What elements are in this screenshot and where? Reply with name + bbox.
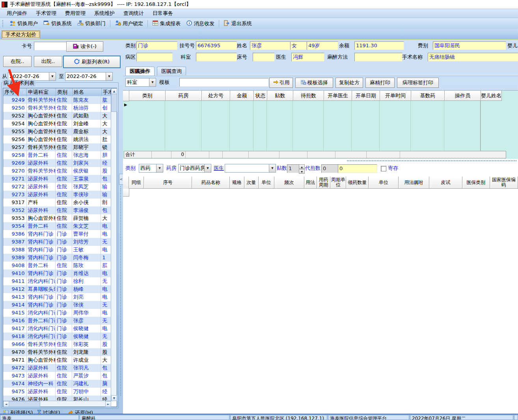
medication-column-header[interactable]: 领药数量 (346, 177, 369, 189)
table-row[interactable]: 9252 胸心血管外科 住院 武如勤 大 (3, 112, 111, 120)
switch-system-button[interactable]: 切换系统 (41, 19, 75, 28)
chevron-down-icon[interactable]: ▼ (106, 72, 112, 80)
ward-field[interactable] (136, 53, 173, 61)
chevron-down-icon[interactable]: ▼ (149, 78, 156, 86)
narcotic-print-button[interactable]: 麻精打印 (365, 78, 395, 88)
menu-item-surgery-mgmt[interactable]: 手术管理 (32, 9, 61, 18)
table-row[interactable]: 9470 骨科关节外科 住院 刘龙隆 股 (3, 348, 111, 356)
operation-name-field[interactable]: 无痛结肠镜 (428, 53, 518, 61)
medication-column-header[interactable]: 序号 (144, 177, 192, 189)
scrollbar-thumb[interactable] (111, 94, 117, 112)
chevron-down-icon[interactable]: ▼ (156, 164, 163, 172)
exit-button[interactable]: 退出系统 (221, 19, 255, 28)
prescription-column-header[interactable]: 贴数 (267, 91, 293, 101)
med-doctor-label[interactable]: 医生 (214, 164, 224, 173)
message-button[interactable]: i 消息收发 (183, 19, 217, 28)
table-row[interactable]: 9412 耳鼻咽喉头颈外科 门诊 杨峰 电 (3, 285, 111, 293)
order-dept-combo[interactable]: 科室 ▼ (125, 78, 156, 87)
in-hospital-button[interactable]: 在院.. (3, 56, 32, 67)
table-row[interactable]: 9272 泌尿外科 住院 张凤芝 输 (3, 183, 111, 191)
table-row[interactable]: 9254 胸心血管外科 住院 刘金峰 大 (3, 120, 111, 128)
table-row[interactable]: 9413 肾内科门诊 门诊 刘亮 电 (3, 293, 111, 301)
prescription-column-header[interactable]: 婴儿姓名 (481, 91, 502, 101)
to-date-picker[interactable]: 2022-07-26 ▼ (65, 72, 113, 81)
medication-column-header[interactable]: 单位 (259, 177, 274, 189)
balance-field[interactable]: 1191.30 (354, 41, 404, 50)
table-row[interactable]: 9473 泌尿外科 住院 严晨汐 包 (3, 372, 111, 380)
prescription-column-header[interactable]: 开单医生 (324, 91, 352, 101)
medication-column-header[interactable]: 次量 (244, 177, 259, 189)
column-header-type[interactable]: 类别 (56, 88, 73, 96)
medication-column-header[interactable]: 医保类别 (462, 177, 490, 189)
scroll-down-icon[interactable]: ▼ (111, 395, 117, 401)
type-field[interactable]: 门诊 (136, 41, 177, 50)
pharmacy-combo[interactable]: 门诊西药房 ▼ (178, 164, 211, 173)
table-row[interactable]: 9418 消化内科门诊 门诊 侯晓健 无 (3, 333, 111, 340)
menu-item-system-maint[interactable]: 系统维护 (90, 9, 119, 18)
table-row[interactable]: 9317 产科 住院 余小侠 剖 (3, 199, 111, 206)
menu-item-query-stats[interactable]: 查询统计 (119, 9, 148, 18)
prescription-column-header[interactable]: 基数药 (411, 91, 445, 101)
table-row[interactable]: 9411 消化内科门诊 门诊 徐利 无 (3, 277, 111, 285)
menu-item-fee-mgmt[interactable]: 费用管理 (61, 9, 90, 18)
copy-prescription-button[interactable]: 复制处方 (335, 78, 363, 88)
scrollbar-thumb[interactable] (9, 401, 40, 407)
menu-item-daily-affairs[interactable]: 日常事务 (148, 9, 177, 18)
table-row[interactable]: 9271 泌尿外科 住院 王霖泉 包 (3, 175, 111, 183)
medication-column-header[interactable]: 单位 (369, 177, 399, 189)
table-row[interactable]: 9416 普外二科门诊 门诊 张彦 无 (3, 317, 111, 325)
table-row[interactable]: 9410 肾内科门诊 门诊 肖维达 电 (3, 269, 111, 277)
table-row[interactable]: 9414 肾内科门诊 门诊 张侠 无 (3, 301, 111, 309)
table-row[interactable]: 9475 泌尿外科 住院 万朝中 经 (3, 388, 111, 396)
refresh-list-button[interactable]: 刷新列表(R) (63, 56, 121, 68)
med-type-combo[interactable]: 西药 ▼ (139, 164, 163, 173)
vertical-scrollbar[interactable]: ▲ ▼ (111, 88, 117, 401)
medication-column-header[interactable]: 用法 (304, 177, 317, 189)
prescription-column-header[interactable]: 开单时间 (380, 91, 411, 101)
table-row[interactable]: 9250 骨科关节外科 住院 杨治芬 创 (3, 104, 111, 112)
tab-surgery-prescription[interactable]: 手术处方划价 (2, 30, 40, 39)
table-row[interactable]: 9471 胸心血管外科 住院 许成业 大 (3, 356, 111, 364)
prescription-column-header[interactable]: 操作员 (445, 91, 481, 101)
table-row[interactable]: 9476 泌尿外科 住院 郭长山 经 (3, 396, 111, 401)
horizontal-scroll-dots[interactable] (347, 160, 516, 161)
decoct-field[interactable]: 0 (321, 164, 339, 173)
table-row[interactable]: 9273 泌尿外科 住院 李侠珍 输 (3, 191, 111, 199)
switch-dept-button[interactable]: 切换部门 (75, 19, 108, 28)
switch-user-button[interactable]: 切换用户 (7, 19, 41, 28)
sex-field[interactable]: 女 (290, 41, 307, 50)
user-lock-button[interactable]: 用户锁定 (112, 19, 146, 28)
table-row[interactable]: 9249 骨科关节外科 住院 陈克友 肱 (3, 96, 111, 104)
medication-column-header[interactable]: 国家医保编码 (490, 177, 518, 189)
table-row[interactable]: 9389 肾内科门诊 门诊 闫冬梅 1 (3, 254, 111, 262)
table-row[interactable]: 9466 骨科关节外科 住院 张彩英 股 (3, 340, 111, 348)
spin-down-icon[interactable]: ▼ (299, 169, 305, 174)
medication-column-header[interactable]: 周期单位 (330, 177, 346, 189)
medication-column-header[interactable]: 频次 (274, 177, 304, 189)
deposit-checkbox[interactable] (381, 166, 386, 171)
tab-order-query[interactable]: 医嘱查询 (157, 67, 186, 76)
medication-column-header[interactable]: 规格 (230, 177, 244, 189)
report-button[interactable]: 集成报表 (149, 19, 183, 28)
template-select-button[interactable]: 模板选择 (295, 78, 333, 88)
read-card-button[interactable]: 读卡(-) (66, 41, 103, 52)
table-row[interactable]: 9257 骨科关节外科 住院 郑晓宇 锁 (3, 143, 111, 151)
table-row[interactable]: 9255 胸心血管外科 住院 鹿金标 大 (3, 128, 111, 136)
menu-item-user-ops[interactable]: 用户操作 (2, 9, 32, 18)
medication-column-header[interactable]: 用法嘱咐 (399, 177, 429, 189)
medication-column-header[interactable]: 药品名称 (192, 177, 230, 189)
bed-field[interactable] (253, 53, 275, 61)
doctor-field[interactable]: 冯辉 (291, 53, 324, 61)
horizontal-scrollbar[interactable]: ◄ ► (3, 401, 111, 407)
age-field[interactable]: 49岁 (307, 41, 338, 50)
out-hospital-button[interactable]: 出院.. (34, 56, 62, 67)
table-row[interactable]: 9256 胸心血管外科 住院 姚洪法 肚 (3, 136, 111, 143)
name-field[interactable]: 张彦 (250, 41, 290, 50)
scroll-up-icon[interactable]: ▲ (111, 88, 117, 94)
chevron-down-icon[interactable]: ▼ (269, 164, 276, 172)
table-row[interactable]: 9352 泌尿外科 住院 李涵俊 包 (3, 206, 111, 214)
prescription-column-header[interactable]: 状态 (254, 91, 267, 101)
pathology-print-button[interactable]: 病理标签打印 (397, 78, 439, 88)
paste-count-field[interactable]: 1 (287, 164, 300, 173)
decoct-amount-field[interactable]: 0 (338, 164, 377, 173)
